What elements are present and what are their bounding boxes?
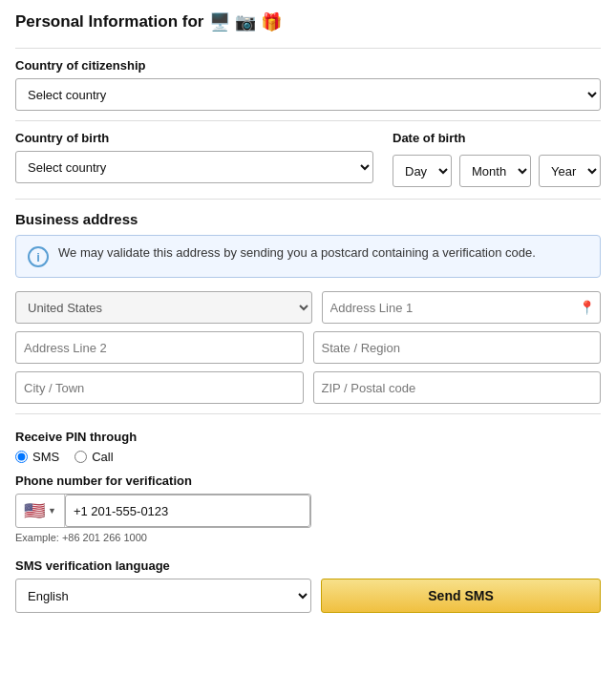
dob-day-select[interactable]: Day bbox=[393, 155, 452, 187]
citizenship-label: Country of citizenship bbox=[15, 58, 601, 73]
receive-pin-label: Receive PIN through bbox=[15, 430, 601, 444]
header-divider bbox=[15, 48, 601, 49]
business-address-title: Business address bbox=[15, 211, 601, 227]
address-line1-wrap: 📍 bbox=[322, 291, 602, 324]
info-message: We may validate this address by sending … bbox=[58, 245, 536, 260]
sms-label: SMS bbox=[32, 450, 59, 464]
sms-language-section: SMS verification language English Spanis… bbox=[15, 558, 601, 613]
flag-caret: ▼ bbox=[48, 506, 56, 516]
section-divider-3 bbox=[15, 413, 601, 414]
dob-year-select[interactable]: Year bbox=[539, 155, 601, 187]
sms-radio[interactable] bbox=[15, 451, 28, 463]
info-icon: i bbox=[28, 246, 49, 267]
address-line2-input[interactable] bbox=[15, 331, 304, 364]
receive-pin-section: Receive PIN through SMS Call Phone numbe… bbox=[15, 430, 601, 543]
phone-input-row: 🇺🇸 ▼ bbox=[15, 494, 311, 528]
section-divider-2 bbox=[15, 199, 601, 200]
address-country-select[interactable]: United States bbox=[15, 291, 312, 324]
phone-example: Example: +86 201 266 1000 bbox=[15, 532, 601, 543]
dob-label: Date of birth bbox=[393, 131, 601, 145]
address-info-box: i We may validate this address by sendin… bbox=[15, 235, 601, 278]
flag-icon: 🇺🇸 bbox=[24, 500, 45, 521]
business-address-section: Business address i We may validate this … bbox=[15, 211, 601, 404]
state-input[interactable] bbox=[313, 331, 602, 364]
call-radio-option[interactable]: Call bbox=[74, 450, 113, 464]
call-label: Call bbox=[92, 450, 113, 464]
call-radio[interactable] bbox=[74, 451, 87, 463]
address-line1-input[interactable] bbox=[322, 291, 602, 324]
map-pin-icon: 📍 bbox=[579, 300, 595, 315]
citizenship-select[interactable]: Select country bbox=[15, 78, 601, 111]
dob-month-select[interactable]: Month bbox=[459, 155, 531, 187]
title-emojis: 🖥️ 📷 🎁 bbox=[209, 11, 282, 32]
sms-language-select[interactable]: English Spanish French German Japanese C… bbox=[15, 579, 311, 613]
sms-language-label: SMS verification language bbox=[15, 558, 601, 573]
phone-flag-select[interactable]: 🇺🇸 ▼ bbox=[16, 495, 65, 527]
sms-radio-option[interactable]: SMS bbox=[15, 450, 59, 464]
city-input[interactable] bbox=[15, 371, 304, 404]
section-divider-1 bbox=[15, 120, 601, 121]
page-title: Personal Information for 🖥️ 📷 🎁 bbox=[15, 11, 601, 32]
send-sms-button[interactable]: Send SMS bbox=[321, 579, 601, 613]
birth-country-select[interactable]: Select country bbox=[15, 151, 373, 183]
phone-label: Phone number for verification bbox=[15, 474, 601, 488]
phone-number-input[interactable] bbox=[65, 495, 310, 527]
zip-input[interactable] bbox=[313, 371, 602, 404]
birth-country-label: Country of birth bbox=[15, 131, 373, 145]
